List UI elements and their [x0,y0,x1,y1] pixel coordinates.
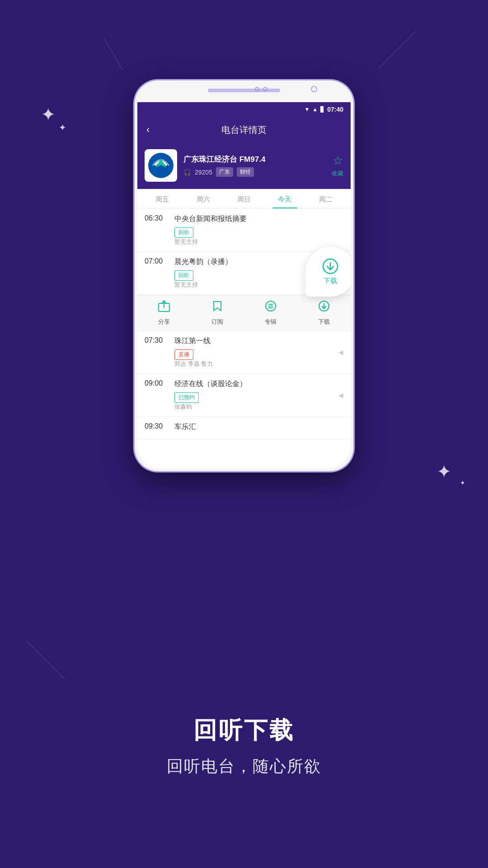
deco-line-1 [378,30,417,69]
svg-point-1 [148,153,174,178]
program-time-2: 07:00 [145,257,168,265]
status-icons: ▼ ▲ ▊ 07:40 [304,106,343,113]
tooltip-download-icon [322,258,338,274]
phone-speaker [208,89,280,92]
star-icon: ☆ [333,154,343,168]
action-bar: 分享 订阅 [137,295,351,331]
sparkle-4: ✦ [460,479,465,486]
program-status-1: 回听 [174,227,193,238]
tag-finance: 财经 [237,167,254,177]
page-title: 电台详情页 [221,124,267,136]
day-tabs: 周五 周六 周日 今天 周二 [137,189,351,209]
download-icon [318,300,330,316]
station-details: 广东珠江经济台 FM97.4 🎧 29205 广东 财经 [183,154,265,177]
battery-icon: ▊ [320,106,324,113]
action-download-label: 下载 [318,318,330,326]
phone-frame: ▼ ▲ ▊ 07:40 ‹ 电台详情页 [133,79,355,472]
program-host-4: 张森钧 [174,403,332,411]
tab-saturday[interactable]: 周六 [183,189,223,208]
station-name: 广东珠江经济台 FM97.4 [183,154,265,165]
program-arrow-4: ◀ [338,392,343,399]
app-header: ‹ 电台详情页 [137,117,351,143]
action-album[interactable]: 专辑 [244,300,297,326]
share-icon [158,300,170,316]
bottom-section: 回听下载 回听电台，随心所欲 [0,715,488,778]
program-arrow-3: ◀ [338,349,343,356]
program-item-5[interactable]: 09:30 车乐汇 [137,417,351,439]
program-status-2: 回听 [174,270,193,281]
phone-screen: ▼ ▲ ▊ 07:40 ‹ 电台详情页 [137,102,351,468]
status-time: 07:40 [327,106,343,113]
signal-icon: ▲ [312,106,318,113]
tag-guangdong: 广东 [216,167,233,177]
deco-line-2 [104,38,123,70]
tab-tuesday[interactable]: 周二 [305,189,346,208]
tooltip-label: 下载 [324,277,337,285]
tab-today[interactable]: 今天 [264,189,305,208]
phone-dot-1 [255,87,259,91]
program-time-4: 09:00 [145,379,168,387]
headphone-icon: 🎧 [183,169,191,176]
program-time-5: 09:30 [145,422,168,430]
favorite-button[interactable]: ☆ 收藏 [332,154,343,178]
program-details-4: 经济在线（谈股论金） 已预约 张森钧 [174,379,332,411]
program-item-3[interactable]: 07:30 珠江第一线 直播 郑达 李嘉 鲁力 ◀ [137,331,351,374]
program-host-1: 暂无主持 [174,238,343,246]
action-album-label: 专辑 [265,318,277,326]
bottom-title: 回听下载 [193,715,295,746]
sparkle-2: ✦ [59,122,66,133]
program-list: 06:30 中央台新闻和报纸摘要 回听 暂无主持 07:00 晨光粤韵（录播） [137,209,351,439]
download-tooltip[interactable]: 下载 [305,247,351,297]
program-details-1: 中央台新闻和报纸摘要 回听 暂无主持 [174,214,343,246]
action-subscribe-label: 订阅 [211,318,223,326]
program-title-1: 中央台新闻和报纸摘要 [174,214,343,224]
program-host-3: 郑达 李嘉 鲁力 [174,360,332,368]
program-status-4: 已预约 [174,392,199,403]
station-logo-svg [146,151,176,180]
phone-dot-2 [263,87,267,91]
action-share-label: 分享 [158,318,170,326]
program-details-3: 珠江第一线 直播 郑达 李嘉 鲁力 [174,336,332,368]
phone-frame-wrapper: ▼ ▲ ▊ 07:40 ‹ 电台详情页 [133,79,355,472]
program-title-4: 经济在线（谈股论金） [174,379,332,389]
program-item-4[interactable]: 09:00 经济在线（谈股论金） 已预约 张森钧 ◀ [137,374,351,417]
sparkle-3: ✦ [436,461,452,482]
program-details-5: 车乐汇 [174,422,343,434]
sparkle-1: ✦ [41,104,56,125]
phone-dots [255,87,267,91]
listener-count: 29205 [195,169,212,176]
action-share[interactable]: 分享 [137,300,191,326]
phone-camera [311,86,317,92]
action-download[interactable]: 下载 [297,300,351,326]
program-title-5: 车乐汇 [174,422,343,432]
station-logo [145,149,177,182]
favorite-label: 收藏 [332,170,343,178]
list-icon [264,300,277,316]
tab-monday-prev[interactable]: 周五 [142,189,183,208]
station-meta: 🎧 29205 广东 财经 [183,167,265,177]
station-info: 广东珠江经济台 FM97.4 🎧 29205 广东 财经 ☆ 收藏 [137,143,351,189]
program-time-3: 07:30 [145,336,168,344]
program-title-3: 珠江第一线 [174,336,332,346]
wifi-icon: ▼ [304,106,310,113]
program-item-1[interactable]: 06:30 中央台新闻和报纸摘要 回听 暂无主持 [137,209,351,252]
back-button[interactable]: ‹ [146,124,150,136]
tab-sunday[interactable]: 周日 [224,189,264,208]
program-time-1: 06:30 [145,214,168,222]
station-left: 广东珠江经济台 FM97.4 🎧 29205 广东 财经 [145,149,265,182]
action-subscribe[interactable]: 订阅 [191,300,244,326]
deco-line-3 [26,641,65,679]
bookmark-icon [211,300,224,316]
bottom-subtitle: 回听电台，随心所欲 [167,755,321,778]
program-status-3: 直播 [174,349,193,360]
status-bar: ▼ ▲ ▊ 07:40 [137,102,351,117]
